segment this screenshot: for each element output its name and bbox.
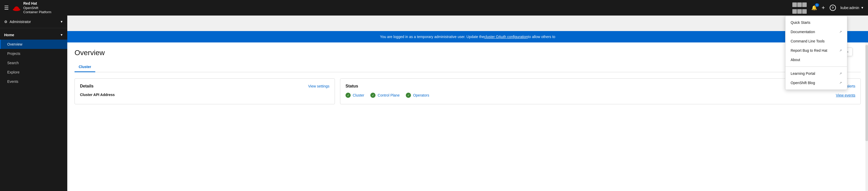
status-cluster-label: Cluster <box>353 93 364 97</box>
openshift-blog-external-icon: ↗ <box>839 81 842 85</box>
notification-badge: 1 <box>815 3 819 7</box>
sidebar-item-search[interactable]: Search <box>0 58 67 68</box>
oauth-config-link[interactable]: cluster OAuth configuration <box>484 35 528 39</box>
learning-portal-external-icon: ↗ <box>839 72 842 75</box>
header-left: ☰ Red Hat OpenShift Container Platform <box>4 1 51 15</box>
report-bug-external-icon: ↗ <box>839 49 842 52</box>
notifications-icon[interactable]: 🔔 1 <box>811 5 817 11</box>
cards-row: Details View settings Cluster API Addres… <box>74 78 861 104</box>
cluster-check-icon: ✓ <box>345 93 351 98</box>
status-item-operators[interactable]: ✓ Operators <box>406 93 429 98</box>
home-section-label: Home <box>4 33 14 37</box>
status-card-title: Status <box>345 84 358 89</box>
sidebar-item-explore[interactable]: Explore <box>0 68 67 77</box>
cluster-api-field: Cluster API Address <box>80 93 330 97</box>
tabs: Cluster <box>74 62 861 72</box>
dropdown-item-documentation[interactable]: Documentation ↗ <box>785 27 847 36</box>
view-settings-link[interactable]: View settings <box>308 84 330 88</box>
dropdown-item-report-bug[interactable]: Report Bug to Red Hat ↗ <box>785 46 847 55</box>
dropdown-item-quick-starts[interactable]: Quick Starts <box>785 18 847 27</box>
svg-point-1 <box>14 7 19 9</box>
sidebar-item-events[interactable]: Events <box>0 77 67 86</box>
scrollbar-thumb <box>865 45 868 141</box>
role-caret: ▼ <box>60 20 63 24</box>
dropdown-item-command-line-tools[interactable]: Command Line Tools <box>785 36 847 46</box>
help-icon[interactable]: ? <box>830 5 836 11</box>
tab-cluster[interactable]: Cluster <box>74 62 95 72</box>
control-plane-check-icon: ✓ <box>370 93 375 98</box>
status-row: ✓ Cluster ✓ Control Plane ✓ Operators Vi… <box>345 93 855 98</box>
cluster-api-label: Cluster API Address <box>80 93 127 97</box>
brand-text: Red Hat OpenShift Container Platform <box>23 1 51 15</box>
sidebar-item-projects[interactable]: Projects <box>0 49 67 58</box>
view-events-link[interactable]: View events <box>836 93 855 97</box>
home-section: Home ▼ Overview Projects Search Explore … <box>0 28 67 88</box>
add-icon[interactable]: + <box>822 4 825 11</box>
dropdown-item-about[interactable]: About <box>785 55 847 64</box>
details-card: Details View settings Cluster API Addres… <box>74 78 335 104</box>
alert-banner: You are logged in as a temporary adminis… <box>67 31 868 42</box>
help-dropdown-menu: Quick Starts Documentation ↗ Command Lin… <box>785 15 847 90</box>
status-item-cluster[interactable]: ✓ Cluster <box>345 93 364 98</box>
status-control-plane-label: Control Plane <box>378 93 400 97</box>
gear-icon: ⚙ <box>4 20 7 24</box>
user-menu[interactable]: kube:admin ▼ <box>841 6 864 10</box>
operators-check-icon: ✓ <box>406 93 411 98</box>
sidebar-item-overview[interactable]: Overview <box>0 40 67 49</box>
dropdown-item-learning-portal[interactable]: Learning Portal ↗ <box>785 69 847 78</box>
header-right: ▦▦▦▦▦▦ 🔔 1 + ? kube:admin ▼ <box>792 1 864 14</box>
status-item-control-plane[interactable]: ✓ Control Plane <box>370 93 400 98</box>
details-card-title: Details <box>80 84 93 89</box>
details-card-header: Details View settings <box>80 84 330 89</box>
user-menu-caret: ▼ <box>861 6 864 9</box>
home-caret: ▼ <box>60 33 63 37</box>
scrollbar-track[interactable] <box>865 42 868 191</box>
top-header: ☰ Red Hat OpenShift Container Platform ▦… <box>0 0 868 15</box>
page-title: Overview <box>74 49 861 57</box>
status-card: Status View alerts ✓ Cluster ✓ Control P… <box>340 78 861 104</box>
status-card-header: Status View alerts <box>345 84 855 89</box>
status-operators-label: Operators <box>413 93 429 97</box>
role-selector[interactable]: ⚙ Administrator ▼ <box>0 15 67 28</box>
home-section-header[interactable]: Home ▼ <box>0 30 67 40</box>
role-label: Administrator <box>9 20 31 24</box>
user-name: kube:admin <box>841 6 859 10</box>
dropdown-item-openshift-blog[interactable]: OpenShift Blog ↗ <box>785 78 847 88</box>
main-content: Overview k start available × Cluster Det… <box>67 42 868 191</box>
documentation-external-icon: ↗ <box>839 30 842 34</box>
sidebar: ⚙ Administrator ▼ Home ▼ Overview Projec… <box>0 15 67 191</box>
hamburger-icon[interactable]: ☰ <box>4 5 9 11</box>
redhat-logo-svg <box>12 3 21 12</box>
redhat-logo <box>12 3 21 12</box>
apps-icon[interactable]: ▦▦▦▦▦▦ <box>792 1 807 14</box>
dropdown-divider <box>785 66 847 67</box>
main-wrapper: You are logged in as a temporary adminis… <box>67 31 868 191</box>
brand: Red Hat OpenShift Container Platform <box>12 1 51 15</box>
